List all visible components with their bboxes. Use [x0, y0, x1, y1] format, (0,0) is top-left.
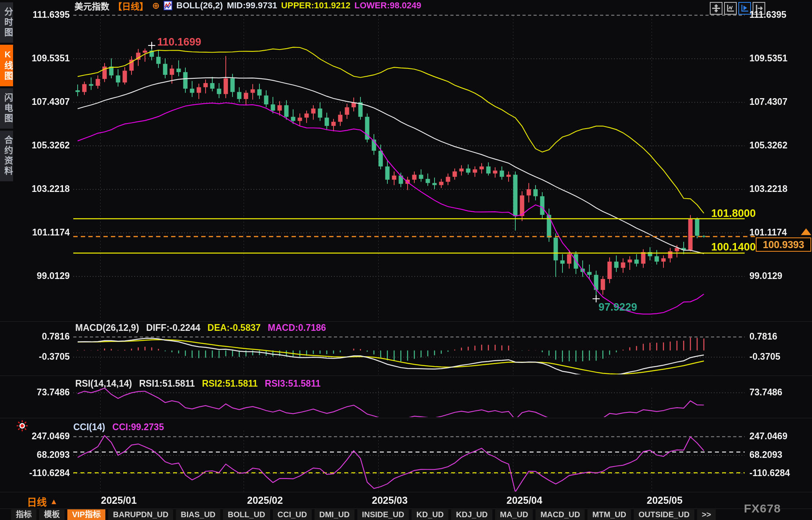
axis-tick-label: 111.6395 [14, 9, 70, 20]
chart-header: 美元指数 【日线】 ⊕ BOLL(26,2) MID:99.9731 UPPER… [74, 0, 421, 11]
boll-upper-value: UPPER:101.9212 [281, 0, 351, 11]
latest-price-arrow-icon[interactable] [801, 228, 811, 235]
axis-tick-label: 247.0469 [14, 431, 70, 442]
rsi1-value: RSI1:51.5811 [139, 378, 195, 389]
toolbar-item[interactable]: KD_UD [412, 509, 448, 520]
toolbar-item[interactable]: MA_UD [495, 509, 533, 520]
current-price-box: 100.9393 [756, 237, 811, 252]
axis-tick-label: 105.3262 [749, 140, 787, 151]
axis-tick-label: 73.7486 [14, 387, 70, 398]
macd-name: MACD(26,12,9) [75, 323, 139, 333]
axis-tick-label: 0.7816 [749, 331, 777, 342]
date-axis-label: 2025/02 [247, 495, 283, 506]
date-axis-label: 2025/04 [507, 495, 542, 506]
axis-tick-label: -0.3705 [749, 351, 780, 362]
toolbar-item[interactable]: OUTSIDE_UD [634, 509, 694, 520]
axis-tick-label: 111.6395 [749, 9, 786, 20]
axis-tick-label: 99.0129 [749, 271, 782, 281]
chart-type-icon[interactable] [164, 1, 172, 10]
pan-crosshair-icon [712, 4, 721, 13]
axis-tick-label: 101.1174 [14, 227, 70, 238]
toolbar-item[interactable]: BIAS_UD [176, 509, 220, 520]
rsi2-value: RSI2:51.5811 [202, 378, 258, 389]
auto-scroll-icon [740, 4, 749, 13]
pan-crosshair-button[interactable] [710, 2, 722, 15]
macd-dea-value: DEA:-0.5837 [208, 323, 261, 333]
sidebar-tab-active[interactable]: K线图 [0, 45, 13, 86]
axis-tick-label: 109.5351 [749, 53, 787, 64]
chart-canvas[interactable] [0, 0, 812, 520]
rsi-header: RSI(14,14,14) RSI1:51.5811 RSI2:51.5811 … [75, 378, 320, 389]
swing-high-label: 110.1699 [157, 36, 201, 48]
date-axis-label: 2025/01 [101, 495, 137, 506]
axis-tick-label: 109.5351 [14, 53, 70, 64]
cci-value: CCI:99.2735 [112, 422, 164, 433]
toolbar-item[interactable]: 模板 [39, 509, 65, 520]
axis-tick-label: 73.7486 [749, 387, 782, 398]
axis-tick-label: 107.4307 [749, 97, 787, 107]
axis-tick-label: 68.2093 [14, 450, 70, 460]
toolbar-item[interactable]: CCI_UD [273, 509, 312, 520]
swing-low-label: 97.9229 [599, 301, 637, 313]
toolbar-item[interactable]: VIP指标 [67, 509, 105, 520]
left-sidebar: 分时图K线图闪电图合约资料 [0, 0, 13, 181]
axis-tick-label: 0.7816 [14, 331, 70, 342]
axis-tick-label: 99.0129 [14, 271, 70, 281]
sidebar-tab-item[interactable]: 分时图 [0, 2, 13, 43]
toolbar-item[interactable]: KDJ_UD [451, 509, 492, 520]
axis-tick-label: 103.2218 [14, 184, 70, 194]
macd-diff-value: DIFF:-0.2244 [146, 323, 200, 333]
rsi3-value: RSI3:51.5811 [265, 378, 321, 389]
toolbar-item[interactable]: MACD_UD [536, 509, 585, 520]
macd-header: MACD(26,12,9) DIFF:-0.2244 DEA:-0.5837 M… [75, 323, 326, 333]
boll-mid-value: MID:99.9731 [227, 0, 277, 11]
date-axis-label: 2025/05 [647, 495, 682, 506]
axis-tick-label: 105.3262 [14, 140, 70, 151]
toolbar-item[interactable]: MTM_UD [587, 509, 631, 520]
date-axis-label: 2025/03 [372, 495, 408, 506]
macd-value: MACD:0.7186 [268, 323, 326, 333]
cci-name: CCI(14) [73, 422, 105, 433]
add-indicator-icon[interactable]: ⊕ [152, 1, 160, 10]
indicator-toolbar: 指标模板VIP指标BARUPDN_UDBIAS_UDBOLL_UDCCI_UDD… [11, 509, 716, 520]
axis-tick-label: -0.3705 [14, 351, 70, 362]
period-label: 日线 [27, 494, 47, 509]
sidebar-tab-item[interactable]: 合约资料 [0, 131, 13, 181]
watermark: FX678 [744, 502, 781, 515]
rsi-name: RSI(14,14,14) [75, 378, 132, 389]
axis-tick-label: -110.6284 [14, 468, 70, 478]
toolbar-item[interactable]: BOLL_UD [223, 509, 270, 520]
toolbar-item[interactable]: INSIDE_UD [357, 509, 409, 520]
toolbar-item[interactable]: BARUPDN_UD [108, 509, 173, 520]
symbol-title: 美元指数 [74, 0, 109, 12]
toolbar-item[interactable]: DMI_UD [315, 509, 355, 520]
axis-tick-label: -110.6284 [749, 468, 790, 478]
axis-tick-label: 247.0469 [749, 431, 787, 442]
axis-tick-label: 107.4307 [14, 97, 70, 107]
resistance-line-label: 101.8000 [673, 207, 756, 220]
toolbar-item[interactable]: 指标 [11, 509, 36, 520]
axis-tick-label: 101.1174 [749, 227, 787, 238]
toolbar-item[interactable]: >> [697, 509, 716, 520]
axis-scale-icon [726, 4, 735, 13]
axis-tick-label: 68.2093 [749, 450, 782, 460]
app-window: 美元指数 【日线】 ⊕ BOLL(26,2) MID:99.9731 UPPER… [0, 0, 812, 520]
triangle-up-icon: ▲ [50, 497, 58, 506]
sidebar-tab-item[interactable]: 闪电图 [0, 88, 13, 129]
support-line-label: 100.1400 [673, 241, 756, 253]
period-badge[interactable]: 【日线】 [113, 0, 148, 12]
boll-title: BOLL(26,2) [176, 0, 223, 11]
boll-lower-value: LOWER:98.0249 [355, 0, 421, 11]
period-selector[interactable]: 日线 ▲ [27, 494, 58, 509]
axis-scale-button[interactable] [724, 2, 737, 15]
axis-tick-label: 103.2218 [749, 184, 787, 194]
cci-header: CCI(14) CCI:99.2735 [73, 422, 164, 433]
